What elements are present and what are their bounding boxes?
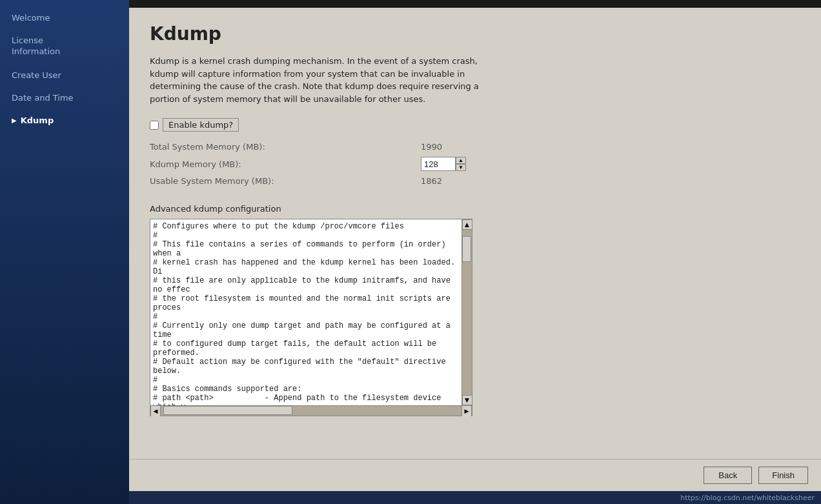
enable-kdump-label[interactable]: Enable kdump?: [163, 118, 239, 132]
advanced-config-title: Advanced kdump configuration: [150, 204, 800, 214]
total-memory-value: 1990: [421, 142, 472, 152]
sidebar-item-label: Create User: [12, 70, 61, 80]
description-text: Kdump is a kernel crash dumping mechanis…: [150, 55, 485, 105]
sidebar-item-label: Kdump: [21, 116, 54, 125]
page-title: Kdump: [150, 23, 800, 45]
sidebar-item-label: Welcome: [12, 13, 50, 23]
spinner-up-button[interactable]: ▲: [456, 157, 466, 164]
bottom-bar: Back Finish: [129, 459, 821, 491]
status-bar: https://blog.csdn.net/whiteblacksheer: [129, 491, 821, 504]
sidebar-item-kdump[interactable]: ▶ Kdump: [0, 109, 129, 132]
status-url: https://blog.csdn.net/whiteblacksheer: [680, 494, 815, 502]
total-memory-label: Total System Memory (MB):: [150, 142, 421, 152]
hscrollbar-thumb[interactable]: [163, 406, 292, 415]
usable-memory-value: 1862: [421, 176, 472, 186]
content-area: Kdump Kdump is a kernel crash dumping me…: [129, 8, 821, 459]
total-memory-row: Total System Memory (MB): 1990: [150, 142, 800, 152]
scrollbar-track[interactable]: [462, 230, 472, 395]
horizontal-scrollbar[interactable]: ◀ ▶: [150, 406, 472, 416]
usable-memory-row: Usable System Memory (MB): 1862: [150, 176, 800, 186]
memory-table: Total System Memory (MB): 1990 Kdump Mem…: [150, 142, 800, 191]
enable-kdump-row: Enable kdump?: [150, 118, 800, 132]
kdump-memory-row: Kdump Memory (MB): ▲ ▼: [150, 157, 800, 171]
hscrollbar-left-button[interactable]: ◀: [150, 406, 161, 416]
sidebar-item-date-time[interactable]: Date and Time: [0, 86, 129, 109]
scrollbar-up-button[interactable]: ▲: [462, 219, 472, 230]
spinner-down-button[interactable]: ▼: [456, 164, 466, 171]
config-textarea[interactable]: [150, 219, 461, 405]
kdump-memory-label: Kdump Memory (MB):: [150, 159, 421, 169]
hscrollbar-track[interactable]: [161, 406, 461, 416]
topbar: [129, 0, 821, 8]
kdump-memory-spinner: ▲ ▼: [421, 157, 466, 171]
finish-button[interactable]: Finish: [758, 467, 808, 484]
main-panel: Kdump Kdump is a kernel crash dumping me…: [129, 0, 821, 504]
config-textarea-container: ▲ ▼: [150, 219, 472, 406]
back-button[interactable]: Back: [704, 467, 752, 484]
vertical-scrollbar[interactable]: ▲ ▼: [461, 219, 472, 405]
arrow-icon: ▶: [12, 117, 17, 124]
usable-memory-label: Usable System Memory (MB):: [150, 176, 421, 186]
sidebar: Welcome LicenseInformation Create User D…: [0, 0, 129, 504]
sidebar-item-label: Date and Time: [12, 93, 74, 103]
scrollbar-down-button[interactable]: ▼: [462, 395, 472, 405]
hscrollbar-right-button[interactable]: ▶: [461, 406, 472, 416]
scrollbar-thumb[interactable]: [462, 236, 471, 262]
enable-kdump-checkbox[interactable]: [150, 121, 159, 130]
sidebar-item-create-user[interactable]: Create User: [0, 64, 129, 86]
kdump-memory-input[interactable]: [421, 157, 456, 171]
sidebar-item-license[interactable]: LicenseInformation: [0, 29, 129, 64]
sidebar-item-label: LicenseInformation: [12, 35, 60, 57]
sidebar-item-welcome[interactable]: Welcome: [0, 6, 129, 29]
spinner-buttons: ▲ ▼: [456, 157, 466, 171]
